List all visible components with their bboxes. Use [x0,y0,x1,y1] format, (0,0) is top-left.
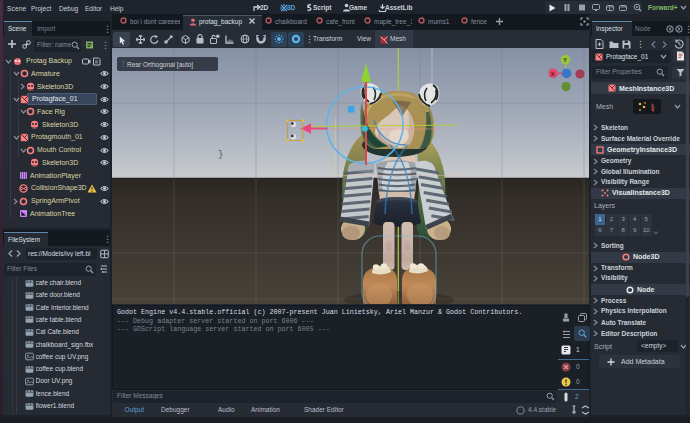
svg-text:X: X [551,71,555,77]
svg-text:}: } [218,150,223,160]
svg-text:Y: Y [563,57,567,63]
